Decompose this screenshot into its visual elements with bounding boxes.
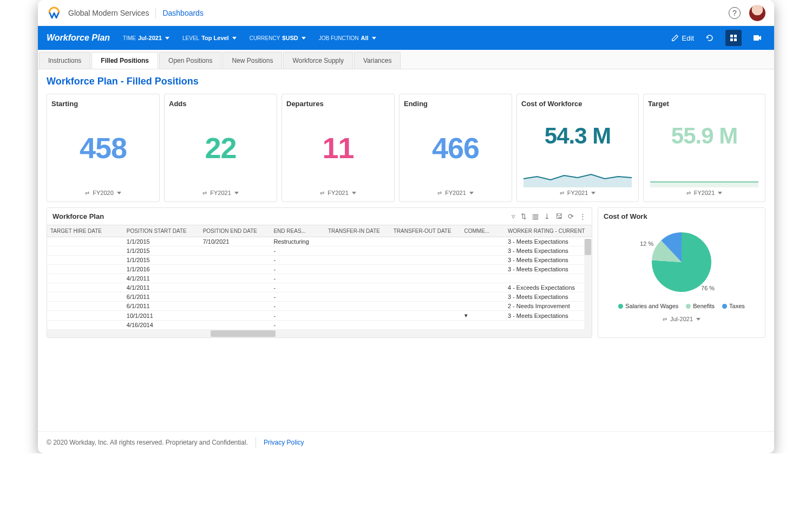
more-icon[interactable]: ⋮ — [579, 212, 586, 220]
chevron-down-icon — [469, 192, 474, 194]
grid-view-button[interactable] — [725, 30, 742, 46]
cost-of-work-period: Jul-2021 — [670, 316, 693, 322]
kpi-title: Target — [648, 100, 761, 108]
vertical-scrollbar-thumb[interactable] — [585, 239, 591, 255]
kpi-card-target: Target55.9 M⇄FY2021 — [643, 94, 765, 202]
horizontal-scrollbar-track[interactable] — [47, 330, 592, 337]
page-header-title: Workforce Plan — [47, 33, 110, 43]
col-header[interactable]: POSITION START DATE — [123, 225, 200, 237]
kpi-title: Cost of Workforce — [521, 100, 634, 108]
tab-filled-positions[interactable]: Filled Positions — [91, 52, 158, 69]
svg-rect-1 — [734, 35, 737, 37]
tab-instructions[interactable]: Instructions — [39, 52, 90, 69]
col-header[interactable]: TRANSFER-IN DATE — [325, 225, 390, 237]
table-row[interactable]: 4/1/2011-4 - Exceeds Expectations — [47, 283, 592, 292]
tab-variances[interactable]: Variances — [354, 52, 401, 69]
privacy-link[interactable]: Privacy Policy — [264, 439, 304, 446]
pie-legend: Salaries and WagesBenefitsTaxes — [618, 303, 745, 309]
kpi-row: Starting458⇄FY2020Adds22⇄FY2021Departure… — [47, 94, 765, 202]
filter-bar: Workforce Plan TIME Jul-2021LEVEL Top Le… — [38, 26, 774, 50]
kpi-period-selector[interactable]: ⇄FY2021 — [404, 187, 507, 198]
chevron-down-icon — [302, 37, 306, 40]
refresh-icon — [705, 34, 714, 42]
swap-icon: ⇄ — [85, 190, 89, 196]
cost-of-work-period-selector[interactable]: ⇄ Jul-2021 — [663, 314, 700, 324]
svg-rect-2 — [730, 38, 733, 41]
user-avatar[interactable] — [749, 5, 765, 21]
col-header[interactable]: COMME... — [461, 225, 505, 237]
kpi-value: 54.3 M — [521, 108, 634, 164]
kpi-period-selector[interactable]: ⇄FY2021 — [648, 187, 761, 198]
legend-item: Benefits — [686, 303, 715, 309]
data-table: TARGET HIRE DATEPOSITION START DATEPOSIT… — [47, 225, 592, 330]
kpi-period-selector[interactable]: ⇄FY2021 — [169, 187, 272, 198]
legend-swatch — [686, 304, 691, 309]
kpi-period-selector[interactable]: ⇄FY2021 — [521, 187, 634, 198]
topbar: Global Modern Services Dashboards ? — [38, 0, 774, 26]
save-icon[interactable]: 🖫 — [555, 212, 562, 220]
refresh-table-icon[interactable]: ⟳ — [568, 212, 574, 220]
table-row[interactable]: 6/1/2011-3 - Meets Expectations — [47, 292, 592, 302]
export-icon[interactable]: ⤓ — [544, 212, 550, 220]
kpi-period-selector[interactable]: ⇄FY2020 — [51, 187, 155, 198]
filter-icon[interactable]: ▿ — [512, 212, 515, 220]
col-header[interactable]: TARGET HIRE DATE — [47, 225, 123, 237]
chevron-down-icon — [234, 192, 239, 194]
table-scroll[interactable]: TARGET HIRE DATEPOSITION START DATEPOSIT… — [47, 225, 592, 330]
filter-time[interactable]: TIME Jul-2021 — [123, 35, 169, 41]
tab-open-positions[interactable]: Open Positions — [159, 52, 221, 69]
kpi-value: 466 — [404, 108, 507, 187]
svg-marker-6 — [650, 182, 758, 187]
table-row[interactable]: 6/1/2011-2 - Needs Improvement — [47, 302, 592, 311]
legend-swatch — [618, 304, 623, 309]
kpi-card-starting: Starting458⇄FY2020 — [47, 94, 160, 202]
table-row[interactable]: 10/1/2011-▾3 - Meets Expectations — [47, 311, 592, 321]
columns-icon[interactable]: ▥ — [532, 212, 539, 220]
filter-currency[interactable]: CURRENCY $USD — [250, 35, 306, 41]
edit-button[interactable]: Edit — [671, 34, 694, 42]
table-row[interactable]: 1/1/2015-3 - Meets Expectations — [47, 246, 592, 256]
breadcrumb-dashboards[interactable]: Dashboards — [162, 9, 204, 17]
workday-logo-icon[interactable] — [47, 5, 62, 21]
kpi-title: Ending — [404, 100, 507, 108]
kpi-period-selector[interactable]: ⇄FY2021 — [286, 187, 390, 198]
kpi-card-departures: Departures11⇄FY2021 — [281, 94, 395, 202]
col-header[interactable]: POSITION END DATE — [200, 225, 271, 237]
table-row[interactable]: 1/1/2016-3 - Meets Expectations — [47, 265, 592, 274]
pencil-icon — [671, 34, 679, 42]
col-header[interactable]: WORKER RATING - CURRENT — [505, 225, 592, 237]
kpi-card-ending: Ending466⇄FY2021 — [399, 94, 512, 202]
tab-new-positions[interactable]: New Positions — [222, 52, 282, 69]
horizontal-scrollbar-thumb[interactable] — [211, 330, 276, 337]
sort-icon[interactable]: ⇅ — [521, 212, 527, 220]
filter-job-function[interactable]: JOB FUNCTION All — [319, 35, 376, 41]
swap-icon: ⇄ — [560, 190, 564, 196]
present-button[interactable] — [749, 30, 765, 46]
kpi-title: Starting — [51, 100, 155, 108]
chevron-down-icon — [696, 318, 700, 321]
sparkline — [650, 166, 758, 187]
tab-workforce-supply[interactable]: Workforce Supply — [283, 52, 352, 69]
table-row[interactable]: 4/1/2011- — [47, 274, 592, 283]
kpi-card-adds: Adds22⇄FY2021 — [164, 94, 277, 202]
filter-level[interactable]: LEVEL Top Level — [182, 35, 237, 41]
col-header[interactable]: TRANSFER-OUT DATE — [390, 225, 461, 237]
chevron-down-icon — [165, 37, 169, 40]
legend-swatch — [722, 304, 727, 309]
kpi-value: 11 — [286, 108, 390, 187]
company-name: Global Modern Services — [68, 9, 149, 17]
legend-item: Salaries and Wages — [618, 303, 678, 309]
table-row[interactable]: 4/16/2014- — [47, 321, 592, 330]
divider — [256, 437, 256, 448]
table-row[interactable]: 1/1/20157/10/2021Restructuring3 - Meets … — [47, 237, 592, 246]
col-header[interactable]: END REAS... — [270, 225, 325, 237]
kpi-value: 22 — [169, 108, 272, 187]
video-icon — [753, 34, 762, 42]
legend-item: Taxes — [722, 303, 745, 309]
swap-icon: ⇄ — [437, 190, 442, 196]
kpi-title: Departures — [286, 100, 390, 108]
swap-icon: ⇄ — [686, 190, 691, 196]
help-icon[interactable]: ? — [729, 7, 741, 19]
table-row[interactable]: 1/1/2015-3 - Meets Expectations — [47, 256, 592, 265]
refresh-button[interactable] — [702, 30, 718, 46]
